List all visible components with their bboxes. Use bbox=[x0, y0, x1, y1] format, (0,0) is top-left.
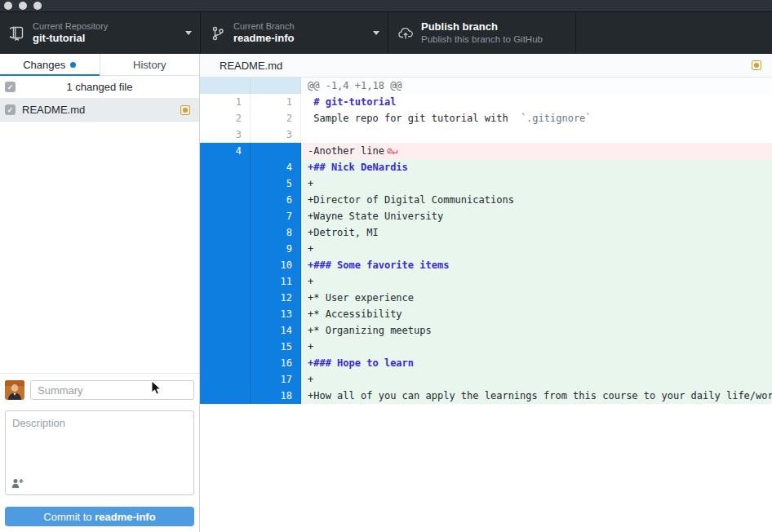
new-line-number[interactable] bbox=[251, 143, 301, 159]
old-line-number[interactable] bbox=[200, 192, 251, 208]
old-line-number[interactable] bbox=[200, 257, 251, 273]
new-line-number[interactable]: 6 bbox=[251, 192, 301, 208]
new-line-number[interactable]: 18 bbox=[251, 388, 301, 404]
new-line-number[interactable]: 9 bbox=[251, 241, 301, 257]
current-branch-dropdown[interactable]: Current Branch readme-info bbox=[200, 12, 388, 54]
branch-name: readme-info bbox=[233, 32, 368, 46]
diff-line-content: # git-tutorial bbox=[301, 94, 772, 110]
new-line-number[interactable]: 3 bbox=[251, 126, 301, 143]
new-line-number[interactable] bbox=[251, 78, 301, 94]
new-line-number[interactable]: 12 bbox=[251, 290, 301, 306]
summary-input[interactable] bbox=[30, 380, 194, 400]
old-line-number[interactable] bbox=[200, 371, 251, 388]
diff-line[interactable]: 7+Wayne State University bbox=[200, 208, 772, 224]
diff-line[interactable]: 14+* Organizing meetups bbox=[200, 322, 772, 339]
old-line-number[interactable] bbox=[200, 355, 251, 371]
new-line-number[interactable]: 10 bbox=[251, 257, 301, 273]
new-line-number[interactable]: 16 bbox=[251, 355, 301, 371]
old-line-number[interactable] bbox=[200, 208, 251, 224]
tab-history[interactable]: History bbox=[100, 54, 200, 75]
old-line-number[interactable] bbox=[200, 241, 251, 257]
new-line-number[interactable]: 4 bbox=[251, 159, 301, 175]
tab-changes[interactable]: Changes bbox=[0, 54, 100, 75]
diff-line[interactable]: 16+### Hope to learn bbox=[200, 355, 772, 371]
publish-branch-button[interactable]: Publish branch Publish this branch to Gi… bbox=[388, 12, 575, 54]
git-branch-icon bbox=[209, 25, 227, 42]
diff-line[interactable]: 11+ bbox=[200, 273, 772, 290]
diff-line-content: +How all of you can apply the learnings … bbox=[301, 388, 772, 404]
new-line-number[interactable]: 1 bbox=[251, 94, 301, 110]
file-checkbox[interactable]: ✓ bbox=[5, 104, 16, 115]
new-line-number[interactable]: 2 bbox=[251, 110, 301, 126]
new-line-number[interactable]: 8 bbox=[251, 224, 301, 241]
commit-button-label: Commit to bbox=[43, 511, 91, 523]
commit-form: Commit to readme-info bbox=[0, 373, 199, 532]
diff-line-content: + bbox=[301, 371, 772, 388]
current-repository-dropdown[interactable]: Current Repository git-tutorial bbox=[0, 12, 200, 54]
diff-body: @@ -1,4 +1,18 @@11 # git-tutorial22 Samp… bbox=[200, 78, 772, 532]
select-all-checkbox[interactable]: ✓ bbox=[5, 82, 16, 92]
diff-line-content: +* Accessibility bbox=[301, 306, 772, 322]
diff-line[interactable]: 12+* User experience bbox=[200, 290, 772, 306]
person-add-icon[interactable] bbox=[11, 478, 24, 489]
titlebar bbox=[0, 0, 772, 11]
diff-line[interactable]: 22 Sample repo for git tutorial with `.g… bbox=[200, 110, 772, 126]
old-line-number[interactable] bbox=[200, 322, 251, 339]
commit-button[interactable]: Commit to readme-info bbox=[5, 507, 194, 526]
old-line-number[interactable] bbox=[200, 175, 251, 192]
sidebar-tabs: Changes History bbox=[0, 54, 199, 76]
repository-name: git-tutorial bbox=[33, 32, 180, 46]
old-line-number[interactable] bbox=[200, 388, 251, 404]
old-line-number[interactable] bbox=[200, 290, 251, 306]
old-line-number[interactable]: 3 bbox=[200, 126, 251, 143]
old-line-number[interactable] bbox=[200, 306, 251, 322]
description-input[interactable] bbox=[5, 410, 194, 495]
diff-line[interactable]: 11 # git-tutorial bbox=[200, 94, 772, 110]
diff-line-content: Sample repo for git tutorial with `.giti… bbox=[301, 110, 772, 126]
diff-line[interactable]: 9+ bbox=[200, 241, 772, 257]
file-list-empty-area bbox=[0, 122, 199, 373]
diff-line-content: @@ -1,4 +1,18 @@ bbox=[301, 78, 772, 94]
old-line-number[interactable] bbox=[200, 78, 251, 94]
diff-line-content: -Another line⊘↵ bbox=[301, 143, 772, 159]
new-line-number[interactable]: 17 bbox=[251, 371, 301, 388]
diff-line[interactable]: 18+How all of you can apply the learning… bbox=[200, 388, 772, 404]
diff-line-content: + bbox=[301, 273, 772, 290]
old-line-number[interactable] bbox=[200, 224, 251, 241]
old-line-number[interactable] bbox=[200, 339, 251, 355]
old-line-number[interactable] bbox=[200, 273, 251, 290]
new-line-number[interactable]: 11 bbox=[251, 273, 301, 290]
old-line-number[interactable]: 1 bbox=[200, 94, 251, 110]
diff-line[interactable]: 6+Director of Digital Communications bbox=[200, 192, 772, 208]
zoom-button[interactable] bbox=[33, 2, 42, 10]
diff-line[interactable]: @@ -1,4 +1,18 @@ bbox=[200, 78, 772, 94]
avatar bbox=[5, 380, 24, 400]
diff-line[interactable]: 8+Detroit, MI bbox=[200, 224, 772, 241]
diff-line[interactable]: 4+## Nick DeNardis bbox=[200, 159, 772, 175]
diff-line-content: +Director of Digital Communications bbox=[301, 192, 772, 208]
diff-pane: README.md @@ -1,4 +1,18 @@11 # git-tutor… bbox=[200, 54, 772, 532]
diff-line[interactable]: 4-Another line⊘↵ bbox=[200, 143, 772, 159]
diff-line[interactable]: 33 bbox=[200, 126, 772, 143]
new-line-number[interactable]: 13 bbox=[251, 306, 301, 322]
github-desktop-window: Current Repository git-tutorial Current … bbox=[0, 0, 772, 532]
new-line-number[interactable]: 14 bbox=[251, 322, 301, 339]
new-line-number[interactable]: 7 bbox=[251, 208, 301, 224]
diff-line-content: + bbox=[301, 339, 772, 355]
old-line-number[interactable]: 4 bbox=[200, 143, 251, 159]
cloud-upload-icon bbox=[397, 25, 415, 42]
diff-line[interactable]: 17+ bbox=[200, 371, 772, 388]
new-line-number[interactable]: 15 bbox=[251, 339, 301, 355]
diff-line[interactable]: 13+* Accessibility bbox=[200, 306, 772, 322]
old-line-number[interactable]: 2 bbox=[200, 110, 251, 126]
modified-status-icon bbox=[180, 105, 190, 115]
close-button[interactable] bbox=[4, 2, 12, 10]
file-list-item[interactable]: ✓ README.md bbox=[0, 99, 199, 122]
old-line-number[interactable] bbox=[200, 159, 251, 175]
file-name: README.md bbox=[22, 104, 85, 116]
diff-line[interactable]: 15+ bbox=[200, 339, 772, 355]
diff-line[interactable]: 5+ bbox=[200, 175, 772, 192]
diff-line[interactable]: 10+### Some favorite items bbox=[200, 257, 772, 273]
minimize-button[interactable] bbox=[19, 2, 27, 10]
new-line-number[interactable]: 5 bbox=[251, 175, 301, 192]
